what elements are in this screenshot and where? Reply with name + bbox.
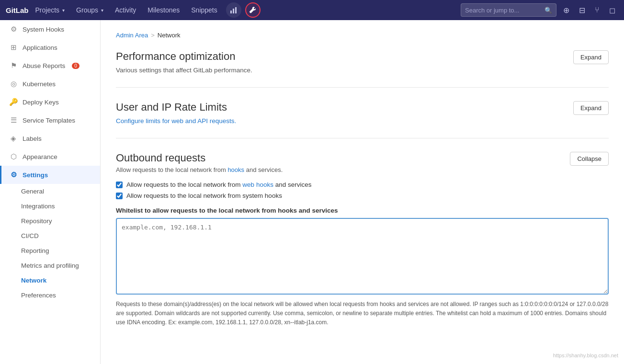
nav-milestones[interactable]: Milestones xyxy=(143,4,184,16)
nav-activity[interactable]: Activity xyxy=(110,4,141,16)
issues-icon-button[interactable]: ◻ xyxy=(606,4,618,17)
allow-systemhooks-checkbox[interactable] xyxy=(116,193,123,199)
outbound-collapse-button[interactable]: Collapse xyxy=(570,152,609,166)
deploy-keys-icon: 🔑 xyxy=(9,98,18,106)
rate-limits-title: User and IP Rate Limits xyxy=(116,101,236,114)
search-box[interactable]: 🔍 xyxy=(461,3,556,17)
breadcrumb-separator: > xyxy=(151,32,155,39)
abuse-reports-badge: 0 xyxy=(72,63,79,69)
labels-icon: ◈ xyxy=(9,134,18,143)
gitlab-logo[interactable]: GitLab xyxy=(6,6,29,14)
performance-title: Performance optimization xyxy=(116,50,252,63)
chevron-down-icon: ▾ xyxy=(62,8,65,13)
rate-limits-expand-button[interactable]: Expand xyxy=(573,101,609,115)
sidebar: ⚙ System Hooks ⊞ Applications ⚑ Abuse Re… xyxy=(0,20,101,364)
nav-groups[interactable]: Groups ▾ xyxy=(71,4,108,16)
rate-limits-section-header: User and IP Rate Limits Configure limits… xyxy=(116,101,609,125)
breadcrumb-admin[interactable]: Admin Area xyxy=(116,32,148,39)
performance-desc: Various settings that affect GitLab perf… xyxy=(116,67,252,74)
nav-projects[interactable]: Projects ▾ xyxy=(31,4,70,16)
outbound-desc: Allow requests to the local network from… xyxy=(116,166,609,173)
outbound-section-header: Outbound requests Collapse xyxy=(116,152,609,166)
subnav-repository[interactable]: Repository xyxy=(21,214,100,228)
breadcrumb: Admin Area > Network xyxy=(116,32,609,39)
subnav-integrations[interactable]: Integrations xyxy=(21,199,100,214)
subnav-network[interactable]: Network xyxy=(21,273,100,288)
sidebar-item-service-templates[interactable]: ☰ Service Templates xyxy=(0,111,100,129)
logo-text: GitLab xyxy=(6,6,29,14)
performance-section-header: Performance optimization Various setting… xyxy=(116,50,609,74)
top-navigation: GitLab Projects ▾ Groups ▾ Activity Mile… xyxy=(0,0,624,20)
system-hooks-icon: ⚙ xyxy=(9,25,18,34)
applications-icon: ⊞ xyxy=(9,43,18,52)
breadcrumb-current: Network xyxy=(158,32,181,39)
web-hooks-link[interactable]: web hooks xyxy=(242,181,273,188)
admin-wrench-icon-button[interactable] xyxy=(245,2,261,18)
checkbox-systemhooks-row: Allow requests to the local network from… xyxy=(116,192,609,199)
sidebar-item-abuse-reports[interactable]: ⚑ Abuse Reports 0 xyxy=(0,57,100,75)
topnav-right: 🔍 ⊕ ⊟ ⑂ ◻ xyxy=(461,3,618,17)
allow-systemhooks-label: Allow requests to the local network from… xyxy=(126,192,282,199)
sidebar-item-deploy-keys[interactable]: 🔑 Deploy Keys xyxy=(0,93,100,111)
main-layout: ⚙ System Hooks ⊞ Applications ⚑ Abuse Re… xyxy=(0,20,624,364)
outbound-section: Outbound requests Collapse Allow request… xyxy=(116,152,609,339)
abuse-reports-icon: ⚑ xyxy=(9,61,18,70)
settings-icon: ⚙ xyxy=(9,171,18,179)
search-icon: 🔍 xyxy=(545,7,552,14)
nav-snippets[interactable]: Snippets xyxy=(186,4,222,16)
rate-limits-link[interactable]: Configure limits for web and API request… xyxy=(116,117,236,125)
performance-section-content: Performance optimization Various setting… xyxy=(116,50,252,74)
service-templates-icon: ☰ xyxy=(9,116,18,125)
appearance-icon: ⬡ xyxy=(9,152,18,161)
kubernetes-icon: ◎ xyxy=(9,80,18,88)
svg-rect-2 xyxy=(235,7,237,13)
main-content: Admin Area > Network Performance optimiz… xyxy=(101,20,624,364)
sidebar-item-labels[interactable]: ◈ Labels xyxy=(0,129,100,148)
svg-rect-0 xyxy=(230,11,232,13)
checkbox-webhooks-row: Allow requests to the local network from… xyxy=(116,181,609,188)
subnav-reporting[interactable]: Reporting xyxy=(21,243,100,258)
subnav-preferences[interactable]: Preferences xyxy=(21,288,100,303)
whitelist-textarea[interactable] xyxy=(116,218,609,295)
outbound-section-content: Outbound requests xyxy=(116,152,205,166)
svg-rect-1 xyxy=(233,9,234,13)
sidebar-item-system-hooks[interactable]: ⚙ System Hooks xyxy=(0,20,100,38)
chart-icon-button[interactable] xyxy=(226,2,241,18)
settings-subnav: General Integrations Repository CI/CD Re… xyxy=(0,184,100,303)
subnav-cicd[interactable]: CI/CD xyxy=(21,228,100,243)
performance-section: Performance optimization Various setting… xyxy=(116,50,609,88)
chevron-down-icon: ▾ xyxy=(101,8,103,13)
sidebar-item-applications[interactable]: ⊞ Applications xyxy=(0,38,100,57)
merge-requests-icon-button[interactable]: ⑂ xyxy=(592,4,602,16)
hooks-link[interactable]: hooks xyxy=(227,166,244,173)
sidebar-item-settings[interactable]: ⚙ Settings xyxy=(0,166,100,184)
search-input[interactable] xyxy=(465,7,545,14)
rate-limits-section: User and IP Rate Limits Configure limits… xyxy=(116,101,609,138)
sidebar-item-appearance[interactable]: ⬡ Appearance xyxy=(0,148,100,166)
performance-expand-button[interactable]: Expand xyxy=(573,50,609,64)
whitelist-note: Requests to these domain(s)/address(es) … xyxy=(116,300,609,328)
sidebar-item-kubernetes[interactable]: ◎ Kubernetes xyxy=(0,75,100,93)
new-item-button[interactable]: ⊕ xyxy=(560,4,572,17)
rate-limits-desc: Configure limits for web and API request… xyxy=(116,117,236,125)
rate-limits-section-content: User and IP Rate Limits Configure limits… xyxy=(116,101,236,125)
allow-webhooks-label: Allow requests to the local network from… xyxy=(126,181,311,188)
subnav-metrics[interactable]: Metrics and profiling xyxy=(21,258,100,273)
whitelist-label: Whitelist to allow requests to the local… xyxy=(116,207,609,214)
outbound-title: Outbound requests xyxy=(116,152,205,164)
layout-icon-button[interactable]: ⊟ xyxy=(576,4,588,17)
subnav-general[interactable]: General xyxy=(21,184,100,199)
allow-webhooks-checkbox[interactable] xyxy=(116,182,123,188)
